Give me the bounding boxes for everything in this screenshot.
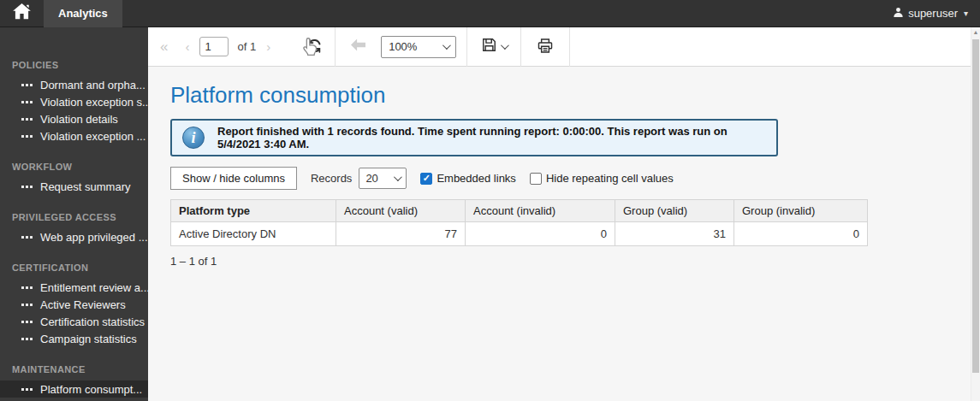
- section-title-certification: CERTIFICATION: [0, 262, 148, 274]
- sidebar-item-campaign-statistics[interactable]: Campaign statistics: [0, 330, 148, 347]
- sidebar-item-label: Certification statistics: [40, 315, 145, 328]
- column-header-account-valid: Account (valid): [336, 200, 466, 222]
- pagination-summary: 1 – 1 of 1: [170, 255, 971, 268]
- sidebar-item-label: Request summary: [40, 180, 130, 193]
- page-title: Platform consumption: [170, 82, 971, 108]
- scrollbar-thumb[interactable]: [972, 39, 979, 373]
- info-icon: i: [182, 127, 205, 149]
- report-icon: [21, 101, 33, 103]
- chevron-down-icon: [442, 41, 451, 50]
- embedded-links-checkbox[interactable]: ✓ Embedded links: [420, 172, 516, 185]
- records-per-page-select[interactable]: 20: [359, 168, 407, 189]
- report-icon: [21, 321, 33, 323]
- print-button[interactable]: [537, 38, 554, 56]
- report-toolbar: « ‹ of 1 ›: [148, 27, 971, 67]
- toolbar-divider: [569, 27, 570, 67]
- check-icon: ✓: [423, 174, 431, 183]
- sidebar-section-policies: POLICIES Dormant and orpha... Violation …: [0, 60, 148, 144]
- vertical-scrollbar[interactable]: ▲: [971, 27, 980, 401]
- report-icon: [21, 186, 33, 188]
- embedded-links-label: Embedded links: [437, 172, 516, 185]
- results-table: Platform type Account (valid) Account (i…: [170, 199, 868, 246]
- report-content: Platform consumption i Report finished w…: [148, 67, 971, 401]
- records-value: 20: [365, 172, 377, 185]
- sidebar-item-certification-statistics[interactable]: Certification statistics: [0, 313, 148, 330]
- report-icon: [21, 135, 33, 138]
- toolbar-divider: [520, 27, 521, 67]
- cell-platform-type: Active Directory DN: [171, 222, 336, 246]
- main-panel: « ‹ of 1 ›: [148, 27, 971, 401]
- report-icon: [21, 286, 33, 289]
- table-row: Active Directory DN 77 0 31 0: [171, 222, 868, 246]
- sidebar-item-label: Campaign statistics: [40, 333, 137, 345]
- chevron-down-icon: [501, 41, 509, 50]
- sidebar-section-certification: CERTIFICATION Entitlement review a... Ac…: [0, 262, 148, 347]
- next-page-button[interactable]: ›: [266, 40, 270, 53]
- home-button[interactable]: [7, 0, 36, 27]
- checkbox-icon: ✓: [530, 173, 542, 185]
- sidebar-section-privileged-access: PRIVILEGED ACCESS Web app privileged ...: [0, 212, 148, 245]
- refresh-icon: [306, 38, 323, 56]
- report-icon: [21, 388, 33, 391]
- sidebar-item-label: Active Reviewers: [40, 298, 126, 311]
- report-info-message: Report finished with 1 records found. Ti…: [217, 125, 766, 150]
- sidebar-item-label: Entitlement review a...: [40, 281, 148, 294]
- hide-repeating-checkbox[interactable]: ✓ Hide repeating cell values: [530, 172, 674, 185]
- section-title-workflow: WORKFLOW: [0, 162, 148, 173]
- sidebar-section-maintenance: MAINTENANCE Platform consumpt...: [0, 364, 148, 398]
- records-label: Records: [311, 172, 352, 185]
- scroll-up-icon[interactable]: ▲: [971, 29, 980, 35]
- zoom-value: 100%: [389, 40, 417, 53]
- tab-analytics[interactable]: Analytics: [44, 0, 122, 27]
- sidebar-item-label: Violation details: [40, 113, 118, 126]
- home-icon: [13, 3, 31, 23]
- toolbar-divider: [335, 27, 336, 67]
- section-title-privileged-access: PRIVILEGED ACCESS: [0, 212, 148, 223]
- refresh-button[interactable]: [306, 38, 323, 56]
- table-header-row: Platform type Account (valid) Account (i…: [171, 200, 868, 222]
- report-icon: [21, 304, 33, 306]
- cell-group-valid: 31: [615, 222, 734, 246]
- table-controls: Show / hide columns Records 20 ✓ Embedde…: [170, 167, 971, 190]
- export-save-button[interactable]: [481, 37, 507, 56]
- zoom-select[interactable]: 100%: [381, 36, 456, 58]
- sidebar-section-workflow: WORKFLOW Request summary: [0, 162, 148, 195]
- page-number-input[interactable]: [199, 37, 229, 56]
- column-header-account-invalid: Account (invalid): [466, 200, 615, 222]
- report-icon: [21, 338, 33, 340]
- cell-account-valid: 77: [336, 222, 466, 246]
- user-menu[interactable]: superuser ▾: [893, 7, 968, 21]
- back-button[interactable]: [351, 38, 365, 55]
- sidebar-item-request-summary[interactable]: Request summary: [0, 178, 148, 195]
- sidebar-item-active-reviewers[interactable]: Active Reviewers: [0, 296, 148, 313]
- column-header-group-invalid: Group (invalid): [734, 200, 868, 222]
- sidebar-item-violation-exception[interactable]: Violation exception ...: [0, 127, 148, 144]
- sidebar-item-violation-exception-summary[interactable]: Violation exception s...: [0, 93, 148, 110]
- sidebar-item-platform-consumption[interactable]: Platform consumpt...: [0, 380, 148, 398]
- sidebar-item-web-app-privileged[interactable]: Web app privileged ...: [0, 228, 148, 245]
- sidebar-item-label: Platform consumpt...: [40, 383, 142, 396]
- first-page-button[interactable]: «: [160, 39, 168, 54]
- cell-account-invalid: 0: [466, 222, 615, 246]
- caret-down-icon: ▾: [964, 9, 968, 18]
- checkbox-icon: ✓: [420, 173, 432, 185]
- sidebar-item-entitlement-review[interactable]: Entitlement review a...: [0, 279, 148, 296]
- sidebar-item-label: Web app privileged ...: [40, 231, 148, 244]
- report-sidebar: POLICIES Dormant and orpha... Violation …: [0, 27, 148, 401]
- sidebar-item-dormant-and-orphaned[interactable]: Dormant and orpha...: [0, 76, 148, 93]
- sidebar-item-label: Violation exception ...: [40, 130, 146, 143]
- page-total-label: of 1: [237, 40, 256, 53]
- sidebar-item-violation-details[interactable]: Violation details: [0, 110, 148, 127]
- toolbar-divider: [466, 27, 467, 67]
- sidebar-item-label: Violation exception s...: [40, 96, 148, 109]
- section-title-maintenance: MAINTENANCE: [0, 364, 148, 375]
- prev-page-button[interactable]: ‹: [185, 40, 189, 53]
- section-title-policies: POLICIES: [0, 60, 148, 71]
- report-info-banner: i Report finished with 1 records found. …: [170, 119, 778, 156]
- column-header-group-valid: Group (valid): [615, 200, 734, 222]
- arrow-left-icon: [351, 39, 365, 54]
- hide-repeating-label: Hide repeating cell values: [546, 172, 674, 185]
- app-window: Analytics superuser ▾ POLICIES Dormant a…: [0, 0, 980, 401]
- report-icon: [21, 84, 33, 86]
- show-hide-columns-button[interactable]: Show / hide columns: [170, 167, 297, 190]
